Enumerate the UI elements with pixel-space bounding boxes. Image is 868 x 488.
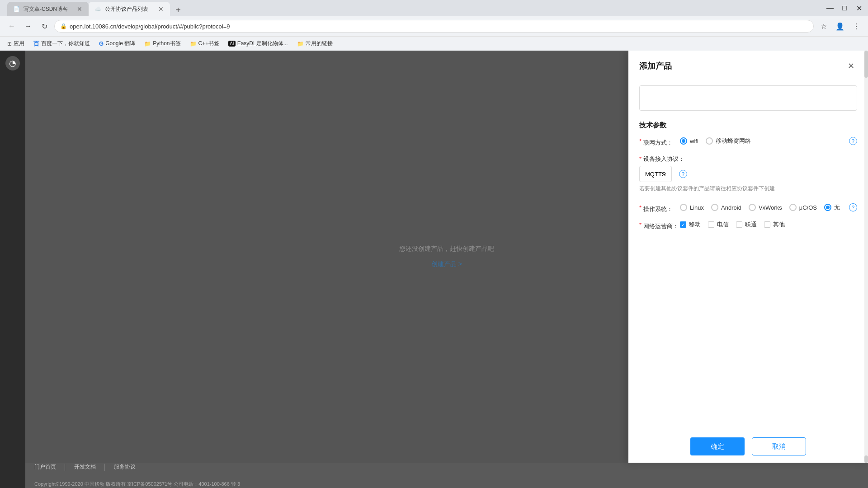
forward-button[interactable]: → [22, 20, 34, 33]
bookmark-cpp-label: C++书签 [198, 40, 220, 47]
tab-icon-1: 📄 [13, 5, 20, 13]
add-product-dialog: 添加产品 ✕ 技术参数 * 联网方式： [628, 51, 868, 463]
menu-button[interactable]: ⋮ [850, 20, 863, 33]
address-bar[interactable]: 🔒 open.iot.10086.cn/develop/global/produ… [54, 20, 814, 33]
tab-product-list[interactable]: ☁️ 公开协议产品列表 ✕ [89, 2, 170, 16]
bookmark-baidu[interactable]: 百 百度一下，你就知道 [32, 39, 92, 49]
footer-link-docs[interactable]: 开发文档 [74, 463, 96, 471]
radio-ucos[interactable]: μC/OS [789, 204, 817, 211]
radio-android[interactable]: Android [711, 204, 741, 211]
back-button[interactable]: ← [5, 20, 18, 33]
bookmark-cpp-icon: 📁 [190, 41, 197, 47]
checkbox-other[interactable]: 其他 [764, 221, 785, 229]
bookmark-links[interactable]: 📁 常用的链接 [295, 39, 335, 48]
radio-wifi-label: wifi [690, 138, 698, 145]
bookmark-cpp[interactable]: 📁 C++书签 [188, 39, 222, 48]
dialog-close-button[interactable]: ✕ [844, 60, 857, 72]
radio-ucos-circle [789, 204, 797, 211]
radio-mobile-circle [706, 137, 713, 145]
bookmark-button[interactable]: ☆ [817, 20, 830, 33]
radio-android-circle [711, 204, 718, 211]
footer-links: 门户首页 │ 开发文档 │ 服务协议 [34, 463, 136, 471]
footer-link-service[interactable]: 服务协议 [114, 463, 136, 471]
protocol-hint-text: 若要创建其他协议套件的产品请前往相应协议套件下创建 [639, 185, 775, 192]
page-content: ◔ 您还没创建产品，赶快创建产品吧 创建产品 > 添加产品 ✕ [0, 51, 868, 488]
reload-button[interactable]: ↻ [38, 20, 51, 33]
os-field-label: 操作系统： [643, 204, 673, 213]
bookmark-python-label: Python书签 [153, 40, 180, 47]
protocol-help-icon[interactable]: ? [679, 170, 687, 178]
network-required-star: * [639, 138, 642, 145]
product-description-input[interactable] [639, 85, 857, 111]
carrier-field-label: 网络运营商： [643, 221, 679, 230]
radio-wifi-circle [680, 137, 687, 145]
bookmark-google[interactable]: G Google 翻译 [97, 39, 137, 48]
new-tab-button[interactable]: + [172, 4, 184, 16]
bookmark-apps[interactable]: ⊞ 应用 [5, 39, 26, 48]
network-field-label: 联网方式： [643, 138, 673, 147]
confirm-button[interactable]: 确定 [690, 437, 745, 455]
carrier-required-star: * [639, 221, 642, 228]
radio-mobile-network[interactable]: 移动蜂窝网络 [706, 137, 751, 145]
checkbox-mobile-label: 移动 [689, 221, 701, 229]
bookmark-easydl-label: EasyDL定制化物体... [237, 40, 288, 47]
sidebar-logo-icon: ◔ [9, 58, 16, 68]
radio-vxworks[interactable]: VxWorks [749, 204, 782, 211]
tab-close-1[interactable]: ✕ [76, 5, 83, 13]
bookmark-links-icon: 📁 [297, 41, 304, 47]
bookmark-baidu-icon: 百 [33, 40, 39, 48]
tab-write-article[interactable]: 📄 写文章-CSDN博客 ✕ [7, 2, 89, 16]
checkbox-mobile[interactable]: ✓ 移动 [680, 221, 701, 229]
radio-none-os[interactable]: 无 [824, 203, 840, 211]
dialog-scrollbar[interactable] [864, 51, 868, 463]
carrier-field-content: ✓ 移动 电信 联通 [680, 221, 857, 229]
browser-toolbar: ← → ↻ 🔒 open.iot.10086.cn/develop/global… [0, 16, 868, 36]
checkbox-telecom[interactable]: 电信 [708, 221, 729, 229]
footer-link-home[interactable]: 门户首页 [34, 463, 56, 471]
cancel-button[interactable]: 取消 [752, 437, 806, 455]
radio-wifi[interactable]: wifi [680, 137, 698, 145]
network-field-content: wifi 移动蜂窝网络 [680, 137, 845, 145]
bookmark-easydl[interactable]: AI EasyDL定制化物体... [226, 39, 289, 48]
os-field-row: * 操作系统： Linux [639, 203, 857, 213]
radio-linux[interactable]: Linux [680, 204, 704, 211]
protocol-required-star: * [639, 155, 642, 162]
radio-android-label: Android [721, 204, 741, 211]
os-help-icon[interactable]: ? [849, 203, 857, 211]
tab-label-2: 公开协议产品列表 [105, 5, 148, 13]
checkbox-telecom-label: 电信 [717, 221, 729, 229]
bookmark-google-icon: G [99, 40, 104, 47]
footer-copyright: Copyright©1999-2020 中国移动 版权所有 京ICP备05002… [34, 481, 240, 488]
bookmark-apps-icon: ⊞ [7, 41, 12, 47]
checkbox-other-box [764, 221, 770, 228]
tab-close-2[interactable]: ✕ [157, 5, 165, 13]
carrier-field-row: * 网络运营商： ✓ 移动 [639, 221, 857, 230]
title-bar: 📄 写文章-CSDN博客 ✕ ☁️ 公开协议产品列表 ✕ + — □ ✕ [0, 0, 868, 16]
tabs-bar: 📄 写文章-CSDN博客 ✕ ☁️ 公开协议产品列表 ✕ + [4, 0, 825, 16]
radio-linux-circle [680, 204, 687, 211]
maximize-button[interactable]: □ [839, 3, 850, 14]
lock-icon: 🔒 [60, 23, 67, 29]
dialog-body: 技术参数 * 联网方式： wifi [628, 78, 868, 430]
tab-label-1: 写文章-CSDN博客 [24, 5, 68, 13]
tech-params-section-title: 技术参数 [639, 121, 857, 130]
checkbox-unicom-label: 联通 [745, 221, 757, 229]
radio-none-circle [824, 204, 831, 211]
protocol-field-row: * 设备接入协议： MQTTS MQTT HTTP CoAP ? [639, 154, 857, 196]
scrollbar-thumb-top [864, 51, 868, 78]
protocol-select[interactable]: MQTTS MQTT HTTP CoAP [639, 166, 672, 182]
close-button[interactable]: ✕ [854, 3, 864, 14]
bookmark-baidu-label: 百度一下，你就知道 [41, 40, 90, 47]
bookmark-apps-label: 应用 [14, 40, 24, 47]
radio-vxworks-label: VxWorks [759, 204, 782, 211]
profile-button[interactable]: 👤 [834, 20, 846, 33]
minimize-button[interactable]: — [825, 3, 835, 14]
bookmark-links-label: 常用的链接 [306, 40, 333, 47]
checkbox-unicom[interactable]: 联通 [736, 221, 757, 229]
bookmark-python-icon: 📁 [144, 41, 151, 47]
bookmark-python[interactable]: 📁 Python书签 [142, 39, 182, 48]
dialog-footer: 确定 取消 [628, 430, 868, 463]
sidebar-logo: ◔ [5, 56, 20, 70]
checkbox-telecom-box [708, 221, 714, 228]
network-help-icon[interactable]: ? [849, 137, 857, 145]
